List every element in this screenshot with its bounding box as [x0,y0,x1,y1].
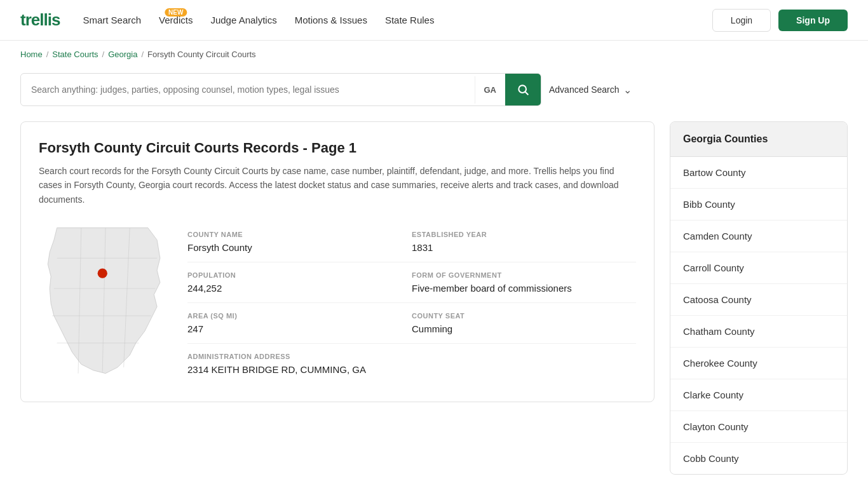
advanced-search-button[interactable]: Advanced Search ⌄ [549,84,632,96]
county-seat-label: COUNTY SEAT [412,312,636,320]
svg-line-1 [526,92,529,95]
population-detail: POPULATION 244,252 [187,262,412,303]
georgia-map-svg [39,222,172,379]
breadcrumb-state-courts[interactable]: State Courts [52,50,98,59]
sidebar-item-bibb[interactable]: Bibb County [670,189,847,220]
county-details: COUNTY NAME Forsyth County ESTABLISHED Y… [187,222,636,384]
search-section: GA Advanced Search ⌄ [0,68,868,121]
form-govt-detail: FORM OF GOVERNMENT Five-member board of … [412,262,636,303]
page-title: Forsyth County Circuit Courts Records - … [39,140,636,156]
navbar: trellis Smart Search NEW Verdicts Judge … [0,0,868,41]
area-value: 247 [187,323,412,334]
nav-judge-analytics[interactable]: Judge Analytics [210,15,276,25]
breadcrumb-sep-2: / [102,50,105,59]
county-name-value: Forsyth County [187,242,412,253]
main-layout: Forsyth County Circuit Courts Records - … [0,121,868,475]
search-input[interactable] [21,76,475,104]
sidebar-item-clarke[interactable]: Clarke County [670,379,847,411]
nav-verdicts[interactable]: Verdicts [159,15,193,25]
nav-state-rules[interactable]: State Rules [385,15,435,25]
sidebar: Georgia Counties Bartow County Bibb Coun… [670,121,848,475]
sidebar-header: Georgia Counties [670,122,847,157]
nav-verdicts-wrapper: NEW Verdicts [159,15,193,25]
established-detail: ESTABLISHED YEAR 1831 [412,222,636,262]
sidebar-item-camden[interactable]: Camden County [670,220,847,252]
sidebar-item-carroll[interactable]: Carroll County [670,252,847,284]
county-seat-value: Cumming [412,323,636,334]
population-label: POPULATION [187,271,412,279]
breadcrumb-home[interactable]: Home [20,50,43,59]
sidebar-item-cherokee[interactable]: Cherokee County [670,348,847,379]
sidebar-item-catoosa[interactable]: Catoosa County [670,284,847,316]
sidebar-item-chatham[interactable]: Chatham County [670,316,847,348]
admin-addr-value: 2314 KEITH BRIDGE RD, CUMMING, GA [187,364,636,375]
state-badge: GA [475,76,506,104]
nav-links: Smart Search NEW Verdicts Judge Analytic… [83,15,434,25]
nav-smart-search[interactable]: Smart Search [83,15,141,25]
admin-addr-label: ADMINISTRATION ADDRESS [187,353,636,360]
advanced-search-label: Advanced Search [549,85,620,95]
signup-button[interactable]: Sign Up [778,10,848,31]
county-name-detail: COUNTY NAME Forsyth County [187,222,412,262]
form-govt-value: Five-member board of commissioners [412,283,636,294]
county-marker [98,269,107,278]
content-description: Search court records for the Forsyth Cou… [39,164,636,207]
login-button[interactable]: Login [712,9,771,32]
established-value: 1831 [412,242,636,253]
nav-motions-issues[interactable]: Motions & Issues [295,15,367,25]
area-detail: AREA (SQ MI) 247 [187,303,412,344]
navbar-right: Login Sign Up [712,9,848,32]
logo[interactable]: trellis [20,10,60,30]
search-icon [517,83,529,96]
population-value: 244,252 [187,283,412,294]
breadcrumb-sep-1: / [46,50,49,59]
breadcrumb-sep-3: / [141,50,144,59]
established-label: ESTABLISHED YEAR [412,231,636,238]
chevron-down-icon: ⌄ [623,84,632,96]
breadcrumb-georgia[interactable]: Georgia [108,50,137,59]
content-card: Forsyth County Circuit Courts Records - … [20,121,654,402]
navbar-left: trellis Smart Search NEW Verdicts Judge … [20,10,434,30]
breadcrumb: Home / State Courts / Georgia / Forsyth … [0,41,868,68]
search-container: GA [20,73,541,106]
county-info: COUNTY NAME Forsyth County ESTABLISHED Y… [39,222,636,384]
county-seat-detail: COUNTY SEAT Cumming [412,303,636,344]
svg-point-0 [519,85,526,93]
sidebar-item-clayton[interactable]: Clayton County [670,411,847,443]
sidebar-item-cobb[interactable]: Cobb County [670,443,847,474]
sidebar-item-bartow[interactable]: Bartow County [670,157,847,189]
county-name-label: COUNTY NAME [187,231,412,238]
search-button[interactable] [505,74,541,105]
county-map [39,222,172,381]
area-label: AREA (SQ MI) [187,312,412,320]
form-govt-label: FORM OF GOVERNMENT [412,271,636,279]
breadcrumb-current: Forsyth County Circuit Courts [147,50,256,59]
admin-addr-detail: ADMINISTRATION ADDRESS 2314 KEITH BRIDGE… [187,344,636,384]
